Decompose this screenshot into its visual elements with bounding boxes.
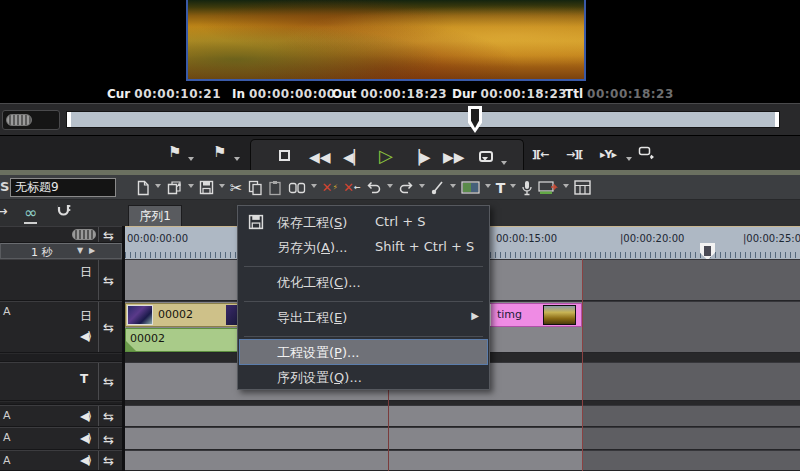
ripple-mode-icon[interactable]: ∞ (24, 203, 37, 224)
next-frame-button[interactable]: ▕▶ (409, 150, 431, 164)
set-transition-button[interactable] (461, 178, 480, 198)
set-in-point-dropdown[interactable] (188, 152, 194, 166)
set-out-point-button[interactable]: ⚑ (213, 145, 226, 159)
sync-lock-icon[interactable]: ⇆ (103, 374, 114, 389)
menu-item-save-project[interactable]: 保存工程(S) Ctrl + S (240, 210, 487, 234)
title-track-icon[interactable]: T (80, 373, 88, 385)
snap-magnet-icon[interactable] (56, 203, 71, 218)
sync-lock-icon[interactable]: ⇆ (103, 453, 114, 468)
toolbar-icons: ✂ ✕⚡ ✕← T (136, 176, 796, 199)
open-project-dropdown[interactable] (188, 178, 194, 198)
scale-expand-icon[interactable]: ▶ (89, 246, 95, 255)
speaker-icon[interactable]: ◀⟩ (80, 454, 90, 466)
transition-dropdown[interactable] (485, 178, 491, 198)
sync-lock-icon[interactable]: ⇆ (103, 432, 114, 447)
jog-shuttle-icon (638, 146, 654, 160)
sequence-tab[interactable]: 序列1 (128, 205, 182, 226)
swap-icon[interactable]: ⇆ (103, 228, 114, 243)
undo-dropdown[interactable] (387, 178, 393, 198)
track-header-va[interactable]: A 日 ◀⟩ ⇆ (0, 301, 122, 353)
export-dropdown[interactable] (563, 178, 569, 198)
goto-out-button[interactable]: →][ (566, 148, 582, 162)
track-header-audio3[interactable]: A ◀⟩ ⇆ (0, 450, 122, 471)
loop-playback-button[interactable] (479, 150, 493, 164)
track-header-video[interactable]: 日 ⇆ (0, 259, 122, 301)
play-around-dropdown[interactable] (626, 152, 632, 166)
open-project-button[interactable] (166, 178, 183, 198)
undo-button[interactable] (366, 178, 382, 198)
scale-dropdown-icon[interactable]: ▼ (77, 246, 83, 255)
delete-button[interactable]: ✕⚡ (322, 178, 339, 198)
menu-separator (244, 336, 483, 337)
sync-lock-icon[interactable]: ⇆ (103, 320, 114, 335)
project-name-input[interactable] (10, 178, 116, 197)
shuttle-handle-box[interactable] (2, 110, 60, 130)
play-around-cursor-button[interactable]: ▸Y▸ (600, 148, 616, 162)
menu-item-sequence-settings[interactable]: 序列设置(Q)... (240, 365, 487, 389)
chevron-down-icon (188, 184, 194, 191)
loop-playback-dropdown[interactable] (501, 156, 507, 170)
create-title-button[interactable]: T (496, 178, 506, 198)
play-button[interactable]: ▷ (379, 148, 393, 164)
copy-button[interactable] (248, 178, 263, 198)
track-lane-audio1[interactable] (125, 405, 800, 427)
insert-mode-icon[interactable]: → (0, 203, 8, 219)
submenu-arrow-icon: ▶ (471, 310, 479, 321)
redo-button[interactable] (398, 178, 414, 198)
ripple-delete-button[interactable]: ✕← (343, 178, 361, 198)
film-track-icon[interactable]: 日 (80, 310, 92, 322)
scissors-icon: ✂ (230, 179, 243, 197)
save-project-button[interactable] (199, 178, 214, 198)
bin-dropdown[interactable] (311, 178, 317, 198)
stop-button[interactable] (279, 149, 290, 163)
add-cut-point-button[interactable] (430, 178, 445, 198)
paste-button[interactable] (268, 178, 283, 198)
toggle-palette-button[interactable] (574, 178, 591, 198)
set-in-point-button[interactable]: ⚑ (168, 145, 181, 159)
timeline-zoom-grip[interactable] (72, 229, 96, 240)
file-dropdown-menu: 保存工程(S) Ctrl + S 另存为(A)... Shift + Ctrl … (237, 205, 490, 390)
export-button[interactable] (538, 178, 558, 198)
fast-forward-button[interactable]: ▶▶ (443, 150, 465, 164)
add-to-bin-button[interactable] (288, 178, 306, 198)
save-project-dropdown[interactable] (219, 178, 225, 198)
title-dropdown[interactable] (510, 178, 516, 198)
voice-over-button[interactable] (521, 178, 533, 198)
film-track-icon[interactable]: 日 (80, 266, 92, 278)
position-playhead[interactable] (468, 106, 482, 133)
menu-item-save-as[interactable]: 另存为(A)... Shift + Ctrl + S (240, 235, 487, 259)
position-bar[interactable] (66, 111, 780, 128)
cut-button[interactable]: ✂ (230, 178, 243, 198)
new-project-button[interactable] (136, 178, 150, 198)
cut-point-dropdown[interactable] (450, 178, 456, 198)
sync-lock-icon[interactable]: ⇆ (103, 273, 114, 288)
track-lane-audio3[interactable] (125, 450, 800, 471)
speaker-icon[interactable]: ◀⟩ (80, 410, 90, 422)
new-project-dropdown[interactable] (155, 178, 161, 198)
ruler-timecode: 00:00:00:00 (127, 233, 188, 244)
previous-frame-button[interactable]: ◀▏ (343, 150, 365, 164)
loop-playback-icon (479, 151, 493, 162)
sync-lock-icon[interactable]: ⇆ (103, 409, 114, 424)
rewind-button[interactable]: ◀◀ (309, 150, 331, 164)
menu-item-project-settings[interactable]: 工程设置(P)... (240, 340, 487, 364)
menu-item-consolidate-project[interactable]: 优化工程(C)... (240, 270, 487, 294)
track-header-title[interactable]: T ⇆ (0, 362, 122, 401)
speaker-icon[interactable]: ◀⟩ (80, 330, 90, 342)
goto-in-button[interactable]: ][← (532, 148, 548, 162)
speaker-icon[interactable]: ◀⟩ (80, 432, 90, 444)
track-header-audio1[interactable]: A ◀⟩ ⇆ (0, 405, 122, 427)
position-playhead-inner (471, 109, 479, 128)
track-header-audio2[interactable]: A ◀⟩ ⇆ (0, 427, 122, 450)
scale-value-label: 1 秒 (31, 245, 53, 260)
timeline-scale-row[interactable]: 1 秒 ▼ ▶ (0, 243, 122, 259)
clip-thumbnail (543, 305, 576, 325)
sequence-end-line (582, 259, 583, 471)
track-lane-audio2[interactable] (125, 427, 800, 450)
set-out-point-dropdown[interactable] (234, 152, 240, 166)
shuttle-grip[interactable] (6, 114, 32, 126)
menu-item-export-project[interactable]: 导出工程(E) ▶ (240, 305, 487, 329)
redo-dropdown[interactable] (419, 178, 425, 198)
save-project-icon (199, 180, 214, 195)
jog-shuttle-button[interactable] (638, 146, 654, 162)
